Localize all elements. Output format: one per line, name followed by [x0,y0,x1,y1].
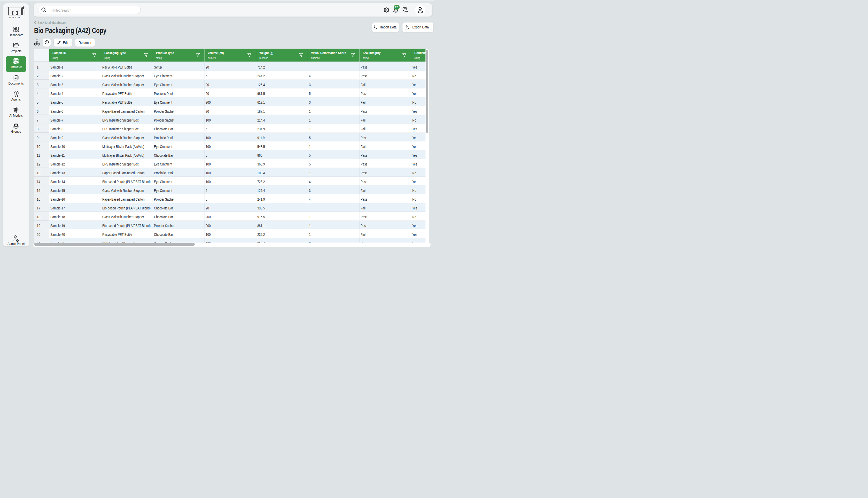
svg-text:SCIENTIFIC: SCIENTIFIC [9,16,24,18]
